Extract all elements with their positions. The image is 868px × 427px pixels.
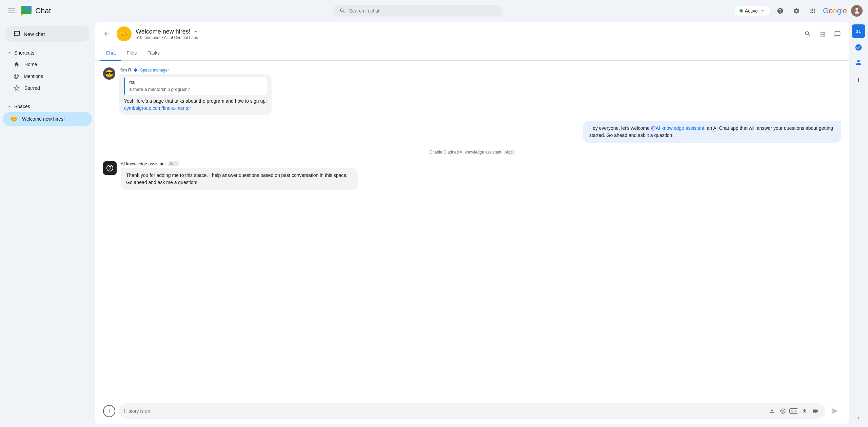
outgoing-message: Hey everyone, let's welcome @AI knowledg… <box>583 121 841 143</box>
mentions-nav-item[interactable]: @ Mentions <box>3 70 92 82</box>
input-icons-area: GIF <box>768 407 820 415</box>
quoted-sender: You <box>129 79 263 85</box>
system-message: Charlie C added AI knowledge assistant A… <box>103 148 841 156</box>
space-manager-diamond-icon <box>133 68 138 73</box>
tab-tasks[interactable]: Tasks <box>142 46 165 61</box>
shortcuts-label: Shortcuts <box>14 50 34 56</box>
tasks-icon-panel[interactable] <box>852 41 865 54</box>
shortcuts-section: Shortcuts Home @ Mentions Starred <box>0 47 95 94</box>
back-button[interactable] <box>100 28 113 40</box>
space-name: Welcome new hires! <box>136 28 191 35</box>
ai-name: AI knowledge assistant <box>121 161 166 166</box>
message-group-ai: AI knowledge assistant App Thank you for… <box>103 161 841 190</box>
mentions-icon: @ <box>14 73 19 79</box>
help-icon[interactable] <box>774 5 786 17</box>
right-panel: 31 › <box>849 22 868 427</box>
send-button[interactable] <box>829 405 841 417</box>
home-nav-item[interactable]: Home <box>3 59 92 70</box>
ai-message-content: AI knowledge assistant App Thank you for… <box>121 161 358 190</box>
google-wordmark: Google <box>823 6 847 15</box>
app-badge-system: App <box>504 150 515 155</box>
tab-files[interactable]: Files <box>121 46 142 61</box>
chat-logo-icon <box>20 5 33 17</box>
calendar-icon-panel[interactable]: 31 <box>852 24 865 38</box>
kim-message-content: Kim R Space manager You Is there a mento… <box>119 67 272 115</box>
kim-role: Space manager <box>140 68 169 73</box>
panel-expand-chevron[interactable]: › <box>855 412 862 424</box>
message-group-kim: 😎 Kim R Space manager You Is there a men… <box>103 67 841 115</box>
kim-sender-info: Kim R Space manager <box>119 67 272 73</box>
home-icon <box>14 61 20 67</box>
add-panel-button[interactable] <box>852 73 865 87</box>
sidebar: New chat Shortcuts Home @ Mentions <box>0 22 95 427</box>
toggle-sidebar-button[interactable] <box>816 28 829 40</box>
space-title-area: Welcome new hires! 510 members • All of … <box>136 28 199 40</box>
gif-icon[interactable]: GIF <box>789 408 798 414</box>
svg-rect-1 <box>8 11 15 11</box>
add-content-button[interactable]: + <box>103 405 115 417</box>
upload-icon[interactable] <box>800 407 809 415</box>
ai-avatar <box>103 161 117 175</box>
input-wrapper: GIF <box>119 403 825 419</box>
star-icon <box>14 85 20 91</box>
svg-rect-2 <box>8 13 15 13</box>
search-chat-button[interactable] <box>802 28 814 40</box>
search-input[interactable] <box>349 8 485 14</box>
text-format-icon[interactable] <box>768 407 776 415</box>
emoji-icon[interactable] <box>778 407 787 415</box>
spaces-label: Spaces <box>14 104 30 109</box>
space-title[interactable]: Welcome new hires! <box>136 28 199 35</box>
threaded-view-button[interactable] <box>831 28 844 40</box>
quoted-block: You Is there a mentorship program? <box>124 77 267 95</box>
kim-avatar: 😎 <box>103 67 115 80</box>
kim-bubble-text: Yes! Here's a page that talks about the … <box>124 98 267 104</box>
chat-header: 🤝 Welcome new hires! 510 members • All o… <box>95 22 849 46</box>
new-chat-button[interactable]: New chat <box>5 26 90 42</box>
svg-marker-4 <box>14 86 19 90</box>
chat-main: 🤝 Welcome new hires! 510 members • All o… <box>95 22 849 424</box>
space-dropdown-icon <box>193 28 199 35</box>
shortcuts-header[interactable]: Shortcuts <box>3 47 92 58</box>
hamburger-icon[interactable] <box>5 5 18 17</box>
apps-icon[interactable] <box>807 5 819 17</box>
messages-area: 😎 Kim R Space manager You Is there a men… <box>95 61 849 399</box>
space-item-welcome[interactable]: 🤝 Welcome new hires! <box>3 112 92 126</box>
chat-input[interactable] <box>124 408 765 414</box>
kim-name: Kim R <box>119 67 131 73</box>
mention-text[interactable]: @AI knowledge assistant <box>651 125 704 131</box>
status-chevron-icon <box>760 8 765 14</box>
spaces-header[interactable]: Spaces <box>3 101 92 112</box>
svg-rect-0 <box>8 8 15 9</box>
starred-label: Starred <box>24 85 40 91</box>
active-dot <box>739 9 743 13</box>
contacts-icon-panel[interactable] <box>852 56 865 69</box>
search-icon <box>339 8 346 14</box>
status-label: Active <box>745 8 758 14</box>
kim-bubble: You Is there a mentorship program? Yes! … <box>119 74 272 115</box>
space-subtitle: 510 members • All of Cymbal Labs <box>136 35 199 40</box>
quoted-text: Is there a mentorship program? <box>129 86 263 93</box>
mentorship-link[interactable]: cymbalgroup.com/find-a-mentor <box>124 105 191 111</box>
space-item-label: Welcome new hires! <box>22 116 65 122</box>
tab-chat[interactable]: Chat <box>100 46 121 61</box>
search-bar <box>333 5 502 17</box>
chat-tabs: Chat Files Tasks <box>95 46 849 61</box>
settings-icon[interactable] <box>790 5 803 17</box>
home-label: Home <box>24 62 37 67</box>
mentions-label: Mentions <box>24 74 43 79</box>
starred-nav-item[interactable]: Starred <box>3 82 92 94</box>
outgoing-text-before: Hey everyone, let's welcome <box>589 125 651 131</box>
svg-point-3 <box>851 5 863 17</box>
status-indicator[interactable]: Active <box>735 6 770 16</box>
ai-sender-info: AI knowledge assistant App <box>121 161 358 166</box>
input-area: + GIF <box>95 399 849 424</box>
outgoing-bubble: Hey everyone, let's welcome @AI knowledg… <box>583 121 841 143</box>
spaces-chevron-icon <box>7 104 12 109</box>
spaces-section: Spaces 🤝 Welcome new hires! <box>0 101 95 126</box>
svg-rect-5 <box>824 32 825 36</box>
new-chat-icon <box>14 30 20 37</box>
video-icon[interactable] <box>811 407 820 415</box>
app-badge: App <box>168 161 179 166</box>
user-avatar[interactable] <box>851 5 863 17</box>
app-title: Chat <box>35 6 51 15</box>
